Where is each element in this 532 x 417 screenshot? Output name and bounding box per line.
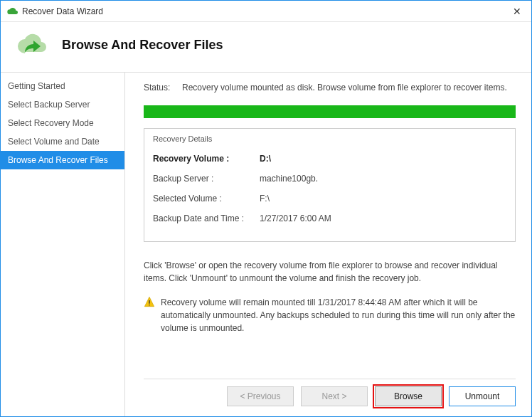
- close-icon[interactable]: ✕: [509, 4, 526, 19]
- status-label: Status:: [144, 83, 182, 93]
- previous-button: < Previous: [227, 386, 294, 406]
- warning-row: Recovery volume will remain mounted till…: [144, 296, 516, 334]
- warning-icon: [144, 296, 155, 307]
- svg-rect-1: [149, 305, 149, 305]
- detail-label: Backup Server :: [153, 174, 260, 184]
- content: Status: Recovery volume mounted as disk.…: [125, 73, 531, 416]
- detail-label: Backup Date and Time :: [153, 213, 260, 223]
- detail-row-backup-datetime: Backup Date and Time : 1/27/2017 6:00 AM: [153, 208, 506, 228]
- detail-label: Recovery Volume :: [153, 154, 260, 164]
- body: Getting Started Select Backup Server Sel…: [1, 72, 531, 416]
- sidebar-item-select-volume-date[interactable]: Select Volume and Date: [1, 132, 124, 151]
- sidebar: Getting Started Select Backup Server Sel…: [1, 73, 125, 416]
- browse-button[interactable]: Browse: [375, 386, 442, 406]
- detail-label: Selected Volume :: [153, 194, 260, 204]
- page-title: Browse And Recover Files: [62, 38, 223, 53]
- detail-value: machine100gb.: [260, 174, 318, 184]
- status-row: Status: Recovery volume mounted as disk.…: [144, 83, 516, 93]
- window-title: Recover Data Wizard: [22, 6, 509, 16]
- detail-value: 1/27/2017 6:00 AM: [260, 213, 331, 223]
- detail-value: F:\: [260, 194, 270, 204]
- recovery-details-box: Recovery Details Recovery Volume : D:\ B…: [144, 128, 516, 242]
- wizard-window: Recover Data Wizard ✕ Browse And Recover…: [0, 0, 532, 417]
- unmount-button[interactable]: Unmount: [449, 386, 516, 406]
- sidebar-item-browse-recover[interactable]: Browse And Recover Files: [1, 151, 124, 169]
- detail-row-backup-server: Backup Server : machine100gb.: [153, 169, 506, 189]
- header: Browse And Recover Files: [1, 22, 531, 72]
- svg-rect-0: [149, 300, 149, 304]
- sidebar-item-select-backup-server[interactable]: Select Backup Server: [1, 95, 124, 114]
- cloud-restore-icon: [15, 31, 49, 59]
- sidebar-item-select-recovery-mode[interactable]: Select Recovery Mode: [1, 114, 124, 132]
- titlebar: Recover Data Wizard ✕: [1, 1, 531, 22]
- recovery-details-title: Recovery Details: [153, 134, 506, 143]
- app-icon: [6, 6, 18, 17]
- status-text: Recovery volume mounted as disk. Browse …: [182, 83, 507, 93]
- progress-bar: [144, 105, 516, 118]
- detail-value: D:\: [260, 154, 271, 164]
- detail-row-recovery-volume: Recovery Volume : D:\: [153, 149, 506, 169]
- warning-text: Recovery volume will remain mounted till…: [161, 296, 516, 334]
- detail-row-selected-volume: Selected Volume : F:\: [153, 189, 506, 208]
- next-button: Next >: [301, 386, 368, 406]
- footer-buttons: < Previous Next > Browse Unmount: [144, 379, 516, 408]
- sidebar-item-getting-started[interactable]: Getting Started: [1, 77, 124, 95]
- instructions-text: Click 'Browse' or open the recovery volu…: [144, 259, 516, 285]
